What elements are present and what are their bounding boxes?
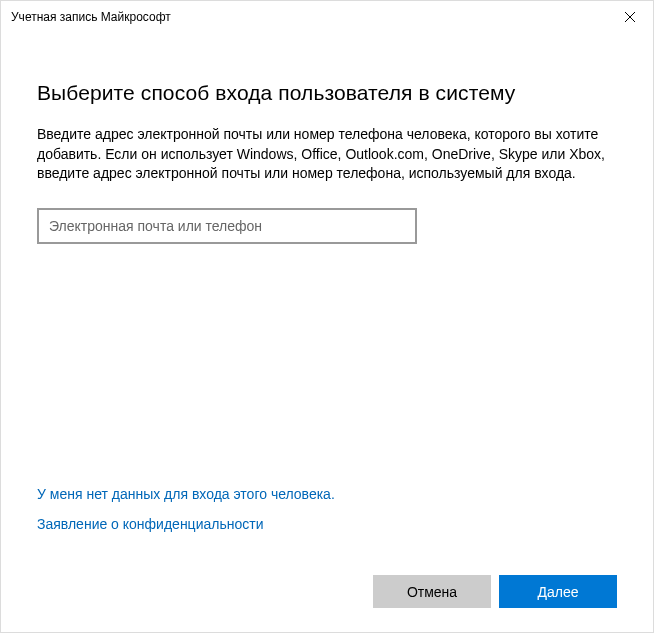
page-heading: Выберите способ входа пользователя в сис…	[37, 81, 617, 105]
privacy-statement-link[interactable]: Заявление о конфиденциальности	[37, 516, 335, 532]
cancel-button[interactable]: Отмена	[373, 575, 491, 608]
titlebar: Учетная запись Майкрософт	[1, 1, 653, 33]
button-row: Отмена Далее	[373, 575, 617, 608]
no-signin-info-link[interactable]: У меня нет данных для входа этого челове…	[37, 486, 335, 502]
close-icon	[625, 12, 635, 22]
email-phone-input[interactable]	[37, 208, 417, 244]
close-button[interactable]	[607, 1, 653, 33]
page-description: Введите адрес электронной почты или номе…	[37, 125, 617, 184]
window-title: Учетная запись Майкрософт	[11, 1, 171, 33]
links-section: У меня нет данных для входа этого челове…	[37, 486, 335, 546]
dialog-content: Выберите способ входа пользователя в сис…	[1, 33, 653, 632]
next-button[interactable]: Далее	[499, 575, 617, 608]
